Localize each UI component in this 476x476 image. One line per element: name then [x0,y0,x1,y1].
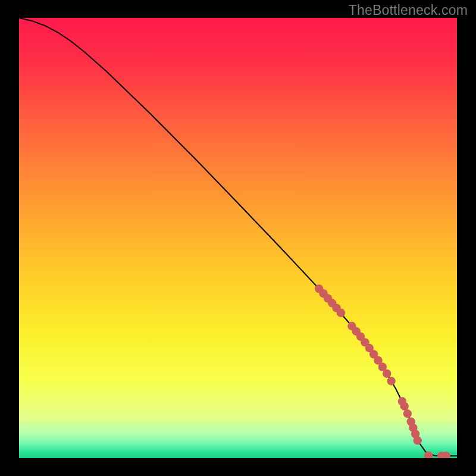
data-marker [403,409,412,418]
plot-area [19,18,457,458]
data-marker [383,369,391,378]
data-marker [400,402,408,410]
gradient-background [19,18,457,458]
data-marker [337,309,345,317]
data-marker [414,436,422,444]
data-marker [387,377,395,385]
chart-svg [19,18,457,458]
watermark-text: TheBottleneck.com [349,2,468,18]
chart-frame: TheBottleneck.com [0,0,476,476]
